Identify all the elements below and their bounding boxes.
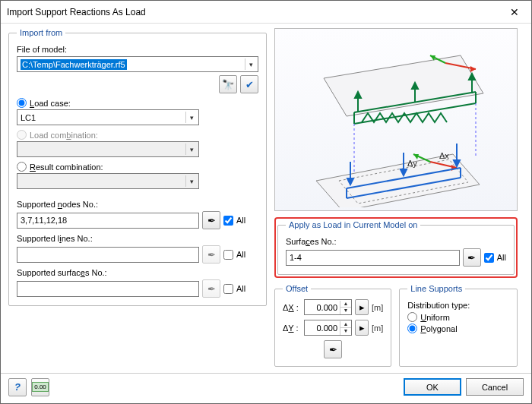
import-from-legend: Import from xyxy=(17,28,65,37)
uniform-label: Uniform xyxy=(420,313,450,322)
result-combination-label: Result combination: xyxy=(30,163,103,172)
dy-stepper-button[interactable]: ▸ xyxy=(355,320,369,336)
chevron-down-icon: ▾ xyxy=(185,144,197,155)
pick-offset-button[interactable]: ✒ xyxy=(324,340,342,358)
picker-icon: ✒ xyxy=(207,283,216,295)
distribution-type-label: Distribution type: xyxy=(407,301,509,310)
spin-down-icon[interactable]: ▼ xyxy=(340,328,351,335)
result-combination-radio[interactable]: Result combination: xyxy=(17,162,103,172)
chevron-down-icon: ▾ xyxy=(245,58,256,70)
apply-legend: Apply as Load in Current Model on xyxy=(286,220,420,229)
line-supports-group: Line Supports Distribution type: Uniform… xyxy=(399,284,518,367)
supported-nodes-input[interactable] xyxy=(17,213,199,229)
file-of-model-label: File of model: xyxy=(17,45,258,54)
spin-up-icon[interactable]: ▲ xyxy=(340,321,351,328)
uniform-radio[interactable]: Uniform xyxy=(407,312,450,322)
import-from-group: Import from File of model: C:\Temp\Fachw… xyxy=(8,28,267,306)
binoculars-icon: 🔭 xyxy=(222,79,234,90)
svg-marker-0 xyxy=(324,55,483,116)
cancel-button[interactable]: Cancel xyxy=(466,378,524,396)
dy-spinner[interactable]: ▲▼ xyxy=(304,320,352,336)
surfaces-no-label: Surfaces No.: xyxy=(286,237,506,246)
browse-button[interactable]: 🔭 xyxy=(219,75,237,93)
close-button[interactable]: ✕ xyxy=(497,1,531,24)
dx-unit: [m] xyxy=(372,303,383,312)
left-column: Import from File of model: C:\Temp\Fachw… xyxy=(8,28,267,373)
right-column: Δx Δy Apply as Load in Curre xyxy=(274,28,518,373)
file-of-model-combo[interactable]: C:\Temp\Fachwerkträger.rf5 ▾ xyxy=(17,56,258,72)
dx-label: ΔX : xyxy=(283,303,301,312)
apply-as-load-group: Apply as Load in Current Model on Surfac… xyxy=(277,220,515,275)
load-combination-radio[interactable]: Load combination: xyxy=(17,130,98,140)
supported-surfaces-input[interactable] xyxy=(17,281,199,297)
load-combination-label: Load combination: xyxy=(30,131,98,140)
verify-button[interactable]: ✔ xyxy=(240,75,258,93)
picker-icon: ✒ xyxy=(329,344,337,355)
supported-lines-all-check[interactable]: All xyxy=(223,250,245,260)
dx-stepper-button[interactable]: ▸ xyxy=(355,299,369,315)
file-path-value: C:\Temp\Fachwerkträger.rf5 xyxy=(21,59,127,70)
units-button[interactable]: 0.00 xyxy=(31,378,49,396)
apply-highlight: Apply as Load in Current Model on Surfac… xyxy=(274,217,518,278)
help-button[interactable]: ? xyxy=(8,378,27,396)
svg-text:Δx: Δx xyxy=(439,151,449,160)
supported-lines-label: Supported lines No.: xyxy=(17,234,258,243)
picker-icon: ✒ xyxy=(207,249,216,260)
picker-icon: ✒ xyxy=(207,215,216,226)
chevron-down-icon: ▾ xyxy=(185,112,197,123)
ok-button[interactable]: OK xyxy=(404,378,461,396)
units-icon: 0.00 xyxy=(32,382,49,392)
titlebar: Import Support Reactions As Load ✕ xyxy=(1,1,531,24)
help-icon: ? xyxy=(14,381,21,393)
pick-surfaces-apply-button[interactable]: ✒ xyxy=(463,248,481,267)
surfaces-all-check[interactable]: All xyxy=(484,253,506,263)
dx-input[interactable] xyxy=(305,300,340,314)
supported-nodes-all-check[interactable]: All xyxy=(223,216,245,226)
check-icon: ✔ xyxy=(245,79,254,90)
pick-surfaces-button[interactable]: ✒ xyxy=(202,279,220,298)
svg-text:Δy: Δy xyxy=(407,159,417,168)
line-supports-legend: Line Supports xyxy=(407,284,465,293)
spin-down-icon[interactable]: ▼ xyxy=(340,308,351,314)
pick-lines-button[interactable]: ✒ xyxy=(202,245,220,264)
load-combination-combo: ▾ xyxy=(17,141,199,157)
dy-label: ΔY : xyxy=(283,324,301,333)
polygonal-radio[interactable]: Polygonal xyxy=(407,324,457,333)
polygonal-label: Polygonal xyxy=(420,324,457,333)
picker-icon: ✒ xyxy=(467,252,476,264)
chevron-down-icon: ▾ xyxy=(185,175,197,187)
load-case-value: LC1 xyxy=(21,113,36,122)
svg-marker-2 xyxy=(470,66,476,72)
load-case-radio[interactable]: Load case: xyxy=(17,98,71,108)
surfaces-no-input[interactable] xyxy=(286,250,460,266)
dy-unit: [m] xyxy=(372,324,383,333)
offset-and-supports-row: Offset ΔX : ▲▼ ▸ [m] ΔY : ▲▼ xyxy=(274,284,518,373)
offset-group: Offset ΔX : ▲▼ ▸ [m] ΔY : ▲▼ xyxy=(274,284,391,367)
result-combination-combo: ▾ xyxy=(17,173,199,189)
pick-nodes-button[interactable]: ✒ xyxy=(202,211,220,229)
supported-lines-input[interactable] xyxy=(17,247,199,263)
dy-input[interactable] xyxy=(305,320,340,335)
dialog-content: Import from File of model: C:\Temp\Fachw… xyxy=(1,24,531,373)
offset-legend: Offset xyxy=(283,284,311,293)
supported-nodes-label: Supported nodes No.: xyxy=(17,200,258,209)
dialog-footer: ? 0.00 OK Cancel xyxy=(1,373,531,400)
spin-up-icon[interactable]: ▲ xyxy=(340,301,351,308)
load-case-label: Load case: xyxy=(30,99,71,108)
window-title: Import Support Reactions As Load xyxy=(7,7,146,17)
dx-spinner[interactable]: ▲▼ xyxy=(304,299,352,315)
preview-image: Δx Δy xyxy=(274,28,518,211)
load-case-combo[interactable]: LC1 ▾ xyxy=(17,109,199,125)
supported-surfaces-label: Supported surfaces No.: xyxy=(17,268,258,277)
supported-surfaces-all-check[interactable]: All xyxy=(223,284,245,294)
